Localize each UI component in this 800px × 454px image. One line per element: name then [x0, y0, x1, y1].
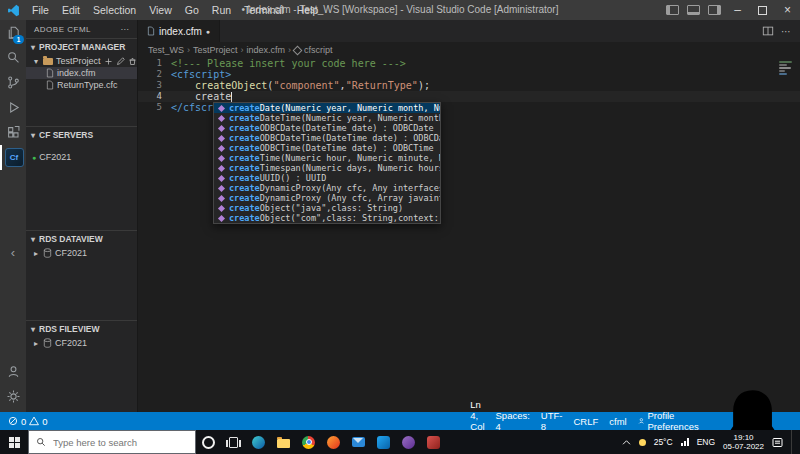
code-text: createObject("component","ReturnType");	[171, 80, 430, 91]
tree-item-testproject[interactable]: ▾ TestProject	[26, 55, 137, 67]
taskbar-edge[interactable]	[246, 430, 271, 454]
breadcrumb-test_ws[interactable]: Test_WS	[148, 45, 184, 55]
more-actions-icon[interactable]: ⋯	[781, 26, 791, 37]
menu-file[interactable]: File	[26, 2, 55, 18]
method-icon	[218, 114, 225, 121]
breadcrumb-testproject[interactable]: TestProject	[193, 45, 238, 55]
show-desktop-button[interactable]	[791, 430, 797, 454]
edit-icon[interactable]	[116, 57, 125, 66]
more-actions-icon[interactable]: ⋯	[121, 25, 130, 34]
weather-icon[interactable]	[639, 439, 646, 446]
suggestion-createuuid[interactable]: createUUID() : UUID	[214, 173, 440, 183]
start-button[interactable]	[0, 430, 28, 454]
tab-index-cfm[interactable]: index.cfm ●	[138, 20, 220, 42]
taskbar-firefox[interactable]	[321, 430, 346, 454]
suggestion-createtimespan[interactable]: createTimespan(Numeric days, Numeric hou…	[214, 163, 440, 173]
menu-edit[interactable]: Edit	[56, 2, 86, 18]
taskbar-chrome[interactable]	[296, 430, 321, 454]
indentation[interactable]: Spaces: 4	[496, 410, 530, 432]
eol-sequence[interactable]: CRLF	[573, 416, 598, 427]
menu-terminal[interactable]: Terminal	[238, 2, 290, 18]
profile-preferences[interactable]: Profile Preferences	[638, 410, 702, 432]
suggestion-text: Date(Numeric year, Numeric month, Numeri…	[260, 103, 440, 113]
taskbar-sql-tool[interactable]	[421, 430, 446, 454]
modified-dot-icon[interactable]: ●	[206, 28, 210, 35]
menu-bar: FileEditSelectionViewGoRunTerminalHelp	[26, 2, 324, 18]
menu-help[interactable]: Help	[291, 2, 325, 18]
suggestion-createdynamicproxy[interactable]: createDynamicProxy (Any cfc, Array javai…	[214, 193, 440, 203]
taskbar-task-view[interactable]	[221, 430, 246, 454]
menu-go[interactable]: Go	[179, 2, 205, 18]
person-icon	[638, 416, 645, 426]
tray-expand-icon[interactable]	[622, 439, 631, 446]
source-control-button[interactable]	[0, 70, 26, 95]
tree-item-rds-file-cf2021[interactable]: ▸ CF2021	[26, 337, 137, 349]
action-center-icon[interactable]	[772, 437, 783, 448]
suggestion-createobject[interactable]: createObject("com",class: String,context…	[214, 213, 440, 223]
code-line-4[interactable]: 4 create	[138, 91, 800, 102]
rds-fileview-header[interactable]: ▾ RDS FILEVIEW	[26, 320, 137, 337]
close-button[interactable]: ×	[775, 0, 800, 20]
taskbar-cortana[interactable]	[196, 430, 221, 454]
rds-dataview-header[interactable]: ▾ RDS DATAVIEW	[26, 230, 137, 247]
suggestion-createdatetime[interactable]: createDateTime(Numeric year, Numeric mon…	[214, 113, 440, 123]
minimap[interactable]	[779, 60, 795, 76]
vscode-logo-icon	[7, 4, 20, 17]
collapse-panel-button[interactable]: ‹	[0, 240, 26, 265]
firefox-icon	[327, 436, 340, 449]
toggle-panel-icon[interactable]	[687, 5, 700, 15]
menu-selection[interactable]: Selection	[87, 2, 142, 18]
weather-temp[interactable]: 25°C	[654, 437, 673, 447]
project-manager-header[interactable]: ▾ PROJECT MANAGER	[26, 38, 137, 55]
taskbar-file-explorer[interactable]	[271, 430, 296, 454]
split-editor-icon[interactable]	[762, 25, 774, 37]
taskbar-search[interactable]	[28, 430, 196, 454]
suggestion-createdate[interactable]: createDate(Numeric year, Numeric month, …	[214, 103, 440, 113]
language-indicator[interactable]: ENG	[697, 437, 715, 447]
code-line-1[interactable]: 1<!--- Please insert your code here --->	[138, 58, 800, 69]
code-editor[interactable]: 1<!--- Please insert your code here --->…	[138, 58, 800, 412]
customize-layout-icon[interactable]	[708, 5, 721, 15]
problems-indicator[interactable]: 0 0	[8, 416, 48, 427]
breadcrumb-cfscript[interactable]: cfscript	[304, 45, 333, 55]
tab-bar: index.cfm ● ⋯	[138, 20, 800, 42]
taskbar-vscode[interactable]	[371, 430, 396, 454]
suggestion-createdynamicproxy[interactable]: createDynamicProxy(Any cfc, Any interfac…	[214, 183, 440, 193]
cf-servers-header[interactable]: ▾ CF SERVERS	[26, 126, 137, 143]
code-line-2[interactable]: 2<cfscript>	[138, 69, 800, 80]
suggestion-createobject[interactable]: createObject("java",class: String)	[214, 203, 440, 213]
search-button[interactable]	[0, 45, 26, 70]
extensions-button[interactable]	[0, 120, 26, 145]
delete-icon[interactable]	[128, 57, 137, 66]
clock[interactable]: 19:10 05-07-2022	[723, 433, 764, 451]
breadcrumb-index.cfm[interactable]: index.cfm	[247, 45, 286, 55]
encoding[interactable]: UTF-8	[541, 410, 563, 432]
suggestion-createtime[interactable]: createTime(Numeric hour, Numeric minute,…	[214, 153, 440, 163]
suggestion-createodbcdatetime[interactable]: createODBCDateTime(DateTime date) : ODBC…	[214, 133, 440, 143]
settings-button[interactable]	[0, 384, 26, 409]
new-file-icon[interactable]	[104, 57, 113, 66]
tree-item-cf2021-server[interactable]: ● CF2021	[26, 151, 137, 163]
minimize-button[interactable]: –	[725, 0, 750, 20]
menu-run[interactable]: Run	[206, 2, 237, 18]
toggle-sidebar-icon[interactable]	[666, 5, 679, 15]
menu-view[interactable]: View	[143, 2, 178, 18]
search-input[interactable]	[51, 436, 175, 449]
taskbar-visual-studio[interactable]	[396, 430, 421, 454]
code-line-3[interactable]: 3 createObject("component","ReturnType")…	[138, 80, 800, 91]
tree-item-rds-data-cf2021[interactable]: ▸ CF2021	[26, 247, 137, 259]
suggestion-createodbcdate[interactable]: createODBCDate(DateTime date) : ODBCDate	[214, 123, 440, 133]
language-mode[interactable]: cfml	[609, 416, 626, 427]
status-bar: 0 0 Ln 4, Col 11 Spaces: 4 UTF-8 CRLF cf…	[0, 412, 800, 430]
suggestion-text: ODBCDate(DateTime date) : ODBCDate	[260, 123, 434, 133]
network-icon[interactable]	[681, 438, 689, 446]
maximize-button[interactable]	[750, 0, 775, 20]
run-debug-button[interactable]	[0, 95, 26, 120]
tree-item-returntype-cfc[interactable]: ReturnType.cfc	[26, 79, 137, 91]
accounts-button[interactable]	[0, 359, 26, 384]
suggestion-createodbctime[interactable]: createODBCTime(DateTime date) : ODBCTime	[214, 143, 440, 153]
adobe-cfml-button[interactable]: Cf	[0, 145, 26, 170]
explorer-button[interactable]: 1	[0, 20, 26, 45]
taskbar-mail[interactable]	[346, 430, 371, 454]
tree-item-index-cfm[interactable]: index.cfm	[26, 67, 137, 79]
